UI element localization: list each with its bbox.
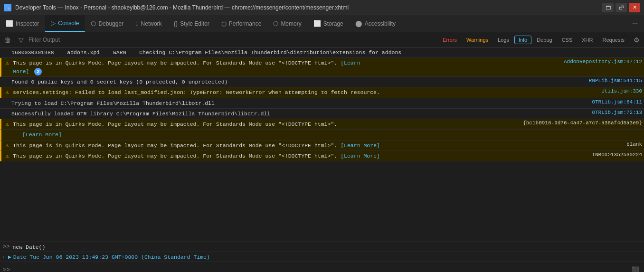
learn-more-link[interactable]: [Learn More] [22,131,62,138]
table-row: ⚠ services.settings: Failed to load last… [0,87,644,98]
title-bar: 🔧 Developer Tools — Inbox - Personal - s… [0,0,644,15]
more-icon: ⋯ [632,20,638,27]
title-text: Developer Tools — Inbox - Personal - sha… [15,4,598,11]
result-value: Date Tue Jun 06 2023 13:49:23 GMT+0800 (… [13,254,210,260]
table-row: Trying to load C:\Program Files\Mozilla … [0,98,644,109]
tab-inspector[interactable]: ⬜ Inspector [0,15,45,32]
debugger-label: Debugger [98,20,123,27]
app-icon: 🔧 [4,4,11,11]
memory-icon: ⬡ [273,20,278,27]
badge: 2 [34,68,42,75]
storage-icon: ⬜ [313,20,321,27]
result-arrow-icon: ← [3,254,6,260]
row-source[interactable]: AddonRepository.jsm:97:12 [557,59,642,65]
toolbar: ⬜ Inspector ▷ Console ⬡ Debugger ↕ Netwo… [0,15,644,32]
performance-icon: ◷ [221,20,227,27]
console-label: Console [58,20,79,27]
requests-button[interactable]: Requests [598,36,629,44]
console-icon: ▷ [51,19,56,27]
learn-more-link[interactable]: [Learn More] [341,142,380,149]
table-row: ⚠ This page is in Quirks Mode. Page layo… [0,151,644,161]
warnings-button[interactable]: Warnings [462,36,492,44]
command-text: new Date() [12,244,45,250]
row-message: This page is in Quirks Mode. Page layout… [13,141,553,150]
row-message: This page is in Quirks Mode. Page layout… [13,59,553,75]
inspector-icon: ⬜ [6,20,13,27]
table-row: Found 0 public keys and 0 secret keys (0… [0,77,644,87]
input-prompt: >> [3,266,10,272]
table-row: ⚠ This page is in Quirks Mode. Page layo… [0,141,644,151]
settings-gear-button[interactable]: ⚙ [631,34,642,46]
row-message: Successfully loaded OTR library C:\Progr… [11,110,553,118]
tab-console[interactable]: ▷ Console [45,15,85,32]
minimize-button[interactable]: 🗖 [602,3,614,12]
result-row: ← ▶ Date Tue Jun 06 2023 13:49:23 GMT+08… [0,252,644,262]
debugger-icon: ⬡ [91,20,96,27]
warn-icon: ⚠ [3,152,11,159]
row-source[interactable]: OTRLib.jsm:72:13 [557,110,642,115]
command-row: >> new Date() [0,242,644,252]
tab-debugger[interactable]: ⬡ Debugger [85,15,130,32]
row-message: Trying to load C:\Program Files\Mozilla … [11,99,553,107]
inspector-label: Inspector [16,20,39,27]
console-input-row: >> ⬛ [0,262,644,272]
filter-bar: 🗑 ▽ Errors Warnings Logs Info Debug CSS … [0,32,644,47]
network-label: Network [141,20,162,27]
warn-icon: ⚠ [3,89,11,96]
window-controls: 🗖 🗗 ✕ [602,3,640,12]
tab-memory[interactable]: ⬡ Memory [267,15,307,32]
info-button[interactable]: Info [514,36,531,44]
row-message: services.settings: Failed to load last_m… [13,88,553,96]
console-settings-button[interactable]: ⬛ [630,264,641,272]
table-row: Successfully loaded OTR library C:\Progr… [0,109,644,119]
row-source[interactable]: Utils.jsm:330 [557,88,642,94]
table-row: ⚠ This page is in Quirks Mode. Page layo… [0,119,644,130]
row-message: [Learn More] [22,131,553,139]
table-row: 1680030301988 addons.xpi WARN Checking C… [0,47,644,58]
prompt-icon: >> [3,244,9,250]
table-row: ⚠ This page is in Quirks Mode. Page layo… [0,58,644,77]
row-source[interactable]: RNPLib.jsm:541:15 [557,78,642,84]
learn-more-link[interactable]: [LearnMore] [13,60,360,74]
more-tools-button[interactable]: ⋯ [626,15,644,32]
warn-icon: ⚠ [3,142,11,149]
logs-button[interactable]: Logs [493,36,513,44]
row-source[interactable]: OTRLib.jsm:64:11 [557,99,642,105]
accessibility-label: Accessibility [365,20,396,27]
row-source: {bc1b0916-9d76-4a47-a7c7-a38af4d5a3e9} [523,120,642,126]
warn-icon: ⚠ [3,59,11,66]
network-icon: ↕ [135,20,139,27]
log-level-buttons: Errors Warnings Logs Info Debug CSS XHR … [438,36,629,44]
tab-performance[interactable]: ◷ Performance [216,15,268,32]
console-input-area: >> new Date() ← ▶ Date Tue Jun 06 2023 1… [0,242,644,272]
console-input[interactable] [13,267,630,272]
tab-storage[interactable]: ⬜ Storage [308,15,350,32]
close-button[interactable]: ✕ [629,3,640,12]
warn-icon: ⚠ [3,121,11,128]
filter-input[interactable] [28,37,436,43]
memory-label: Memory [281,20,301,27]
row-source: INBOX>1352530224 [557,152,642,158]
accessibility-icon: ⬤ [355,20,362,27]
console-output: 1680030301988 addons.xpi WARN Checking C… [0,47,644,242]
filter-icon-button[interactable]: ▽ [15,34,27,46]
debug-button[interactable]: Debug [532,36,556,44]
style-editor-label: Style Editor [180,20,209,27]
css-button[interactable]: CSS [558,36,577,44]
tab-style-editor[interactable]: {} Style Editor [168,15,216,32]
tab-network[interactable]: ↕ Network [130,15,168,32]
row-source: blank [557,141,642,147]
learn-more-link[interactable]: [Learn More] [341,153,380,159]
row-message: Found 0 public keys and 0 secret keys (0… [11,78,553,86]
errors-button[interactable]: Errors [438,36,461,44]
row-message: This page is in Quirks Mode. Page layout… [13,152,553,160]
performance-label: Performance [229,20,262,27]
result-triangle-icon[interactable]: ▶ [8,253,11,260]
row-message: This page is in Quirks Mode. Page layout… [13,120,519,128]
tab-accessibility[interactable]: ⬤ Accessibility [350,15,402,32]
clear-console-button[interactable]: 🗑 [2,34,13,46]
row-message: 1680030301988 addons.xpi WARN Checking C… [11,48,553,56]
storage-label: Storage [323,20,343,27]
xhr-button[interactable]: XHR [578,36,597,44]
maximize-button[interactable]: 🗗 [616,3,627,12]
